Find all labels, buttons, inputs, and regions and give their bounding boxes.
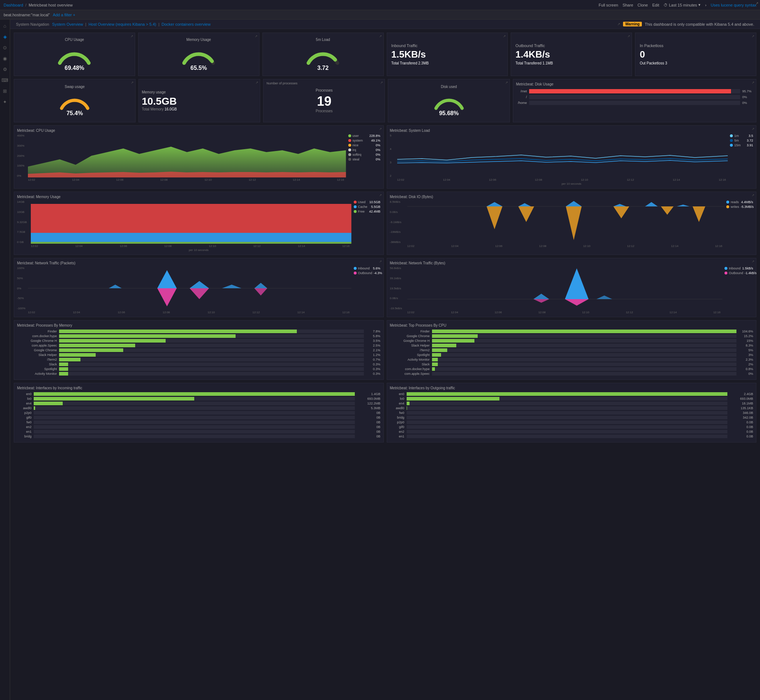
nav-host-overview[interactable]: Host Overview (requires Kibana > 5.4) — [88, 22, 156, 27]
next-button[interactable]: › — [705, 3, 706, 7]
bar-name: com.docker.hype — [390, 367, 430, 371]
iface-in-row-8: en1 0B — [17, 430, 381, 433]
sidebar-icon-home[interactable]: ⌂ — [2, 22, 8, 29]
iface-row: ↗ Metricbeat: Interfaces by Incoming tra… — [14, 383, 756, 442]
iface-out-row-7: gif0 0.0B — [390, 425, 754, 429]
inbound-traffic-panel: ↗ Inbound Traffic 1.5KB/s Total Transfer… — [387, 33, 508, 76]
expand-icon[interactable]: ↗ — [379, 194, 382, 197]
iface-bar-fill — [34, 402, 63, 405]
proc-cpu-row-5: Spotlight 3% — [390, 353, 754, 357]
bar-name: Finder — [17, 330, 57, 333]
proc-mem-row-1: com.docker.hype 5.8% — [17, 334, 381, 338]
cpu-chart-area: 400%300%200%100%0% — [17, 134, 381, 177]
resize-icon[interactable]: ↗ — [130, 34, 133, 38]
resize-icon[interactable]: ↗ — [505, 81, 508, 84]
time-range[interactable]: ⏱ Last 15 minutes ▾ — [664, 3, 701, 7]
expand-icon[interactable]: ↗ — [380, 81, 383, 84]
bar-val: 0.7% — [366, 358, 381, 361]
dashboard-content: ↗ CPU Usage 69.48% ↗ Memory Usage — [10, 29, 760, 449]
resize-icon[interactable]: ↗ — [752, 34, 755, 38]
sidebar-icon-settings[interactable]: ⚙ — [2, 66, 8, 72]
clone-button[interactable]: Clone — [638, 3, 648, 7]
disk-io-area: 8.5MB/s0.08/s-9.1MB/s-19MB/s-38MB/s — [390, 200, 754, 244]
resize-icon[interactable]: ↗ — [379, 34, 382, 38]
sidebar-icon-dev[interactable]: ⌨ — [2, 77, 8, 83]
expand-icon[interactable]: ↗ — [379, 127, 382, 131]
expand-icon[interactable]: ↗ — [752, 194, 755, 197]
proc-memory-panel: ↗ Metricbeat: Processes By Memory Finder… — [14, 320, 384, 380]
load-x-labels: 12:0212:0412:0612:0812:1012:1212:1412:16 — [390, 178, 754, 181]
legend-1m: 1m3.5 — [730, 134, 753, 138]
sidebar-icon-discover[interactable]: ⊙ — [2, 44, 8, 51]
load-chart-svg — [397, 134, 728, 177]
iface-bar-outer — [34, 420, 355, 424]
bar-outer — [59, 353, 364, 357]
iface-name: awdl0 — [390, 406, 404, 410]
cpu-chart-title: Metricbeat: CPU Usage — [17, 128, 381, 133]
legend-dot — [354, 201, 357, 203]
cpu-legend: user228.8% system49.1% nice0% irq0% soft… — [346, 134, 381, 177]
processes-value: 19 — [317, 94, 331, 109]
add-filter-button[interactable]: Add a filter + — [53, 12, 75, 17]
bar-val: 0.8% — [739, 367, 753, 371]
iface-name: en0 — [390, 392, 404, 396]
nav-docker-overview[interactable]: Docker containers overview — [161, 22, 211, 27]
share-button[interactable]: Share — [623, 3, 633, 7]
net-bytes-title: Metricbeat: Network Traffic (Bytes) — [390, 261, 754, 265]
cpu-x-labels: 12:0212:0412:0612:0812:1012:1212:1412:16 — [17, 178, 381, 181]
bar-name: com.apple.Speec — [390, 372, 430, 375]
swap-gauge-svg — [58, 90, 91, 110]
iface-out-row-2: en4 18.1MB — [390, 402, 754, 405]
iface-out-row-4: fw0 346.0B — [390, 411, 754, 415]
bar-outer — [432, 348, 737, 352]
resize-icon[interactable]: ↗ — [255, 34, 258, 38]
cpu-y-labels: 400%300%200%100%0% — [17, 134, 28, 177]
outbound-sub: Total Transfered 1.1MB — [516, 61, 627, 65]
expand-icon[interactable]: ↗ — [752, 259, 755, 263]
sidebar-icon-bottom[interactable]: ✦ — [2, 98, 8, 105]
proc-cpu-row-3: Slack Helper 8.3% — [390, 344, 754, 347]
legend-used: Used10.5GB — [354, 200, 381, 204]
sidebar-icon-visualize[interactable]: ◉ — [2, 55, 8, 62]
iface-in-row-7: en2 0B — [17, 425, 381, 429]
iface-val: 0.0B — [730, 425, 753, 429]
query-syntax-link[interactable]: Uses lucene query syntax — [711, 3, 756, 7]
fullscreen-button[interactable]: Full screen — [599, 3, 618, 7]
nav-label: System Navigation — [16, 22, 49, 27]
svg-marker-24 — [157, 288, 177, 306]
resize-icon[interactable]: ↗ — [131, 81, 134, 84]
iface-in-row-9: bridg 0B — [17, 434, 381, 438]
svg-marker-8 — [566, 201, 582, 206]
expand-icon[interactable]: ↗ — [752, 127, 755, 131]
iface-bar-outer — [34, 434, 355, 438]
diskio-svg — [407, 200, 724, 244]
time-label: Last 15 minutes — [669, 3, 697, 7]
expand-icon[interactable]: ↗ — [752, 81, 755, 84]
sidebar-icon-ml[interactable]: ⊞ — [2, 88, 8, 94]
load-gauge-svg — [305, 43, 341, 65]
resize-icon[interactable]: ↗ — [627, 34, 630, 38]
packetloss-value: 0 — [640, 49, 752, 60]
iface-bar-outer — [407, 411, 728, 415]
expand-icon[interactable]: ↗ — [379, 259, 382, 263]
resize-icon[interactable]: ↗ — [503, 34, 506, 38]
breadcrumb-dashboard[interactable]: Dashboard — [4, 3, 23, 7]
bar-val: 2.5% — [366, 344, 381, 347]
edit-button[interactable]: Edit — [652, 3, 659, 7]
net-bytes-main — [407, 267, 723, 310]
net-packets-area: 100%50%0%-50%-100% — [17, 267, 381, 310]
sidebar-icon-dashboard[interactable]: ◈ — [2, 33, 8, 40]
resize-icon[interactable]: ↗ — [255, 81, 259, 84]
svg-marker-16 — [661, 206, 673, 215]
bar-name: iTerm2 — [390, 348, 430, 352]
iface-val: 346.0B — [730, 411, 753, 415]
system-load-chart-panel: ↗ Metricbeat: System Load 5432 — [387, 125, 757, 189]
iface-name: en0 — [17, 392, 31, 396]
nav-system-overview[interactable]: System Overview — [52, 22, 83, 27]
iface-val: 0B — [357, 416, 381, 419]
proc-cpu-row-1: Google Chrome 15.2% — [390, 334, 754, 338]
legend-writes: writes-5.3MB/s — [726, 205, 753, 209]
legend-15m: 15m3.91 — [730, 144, 753, 147]
iface-name: en4 — [17, 402, 31, 405]
legend-dot — [354, 267, 357, 270]
